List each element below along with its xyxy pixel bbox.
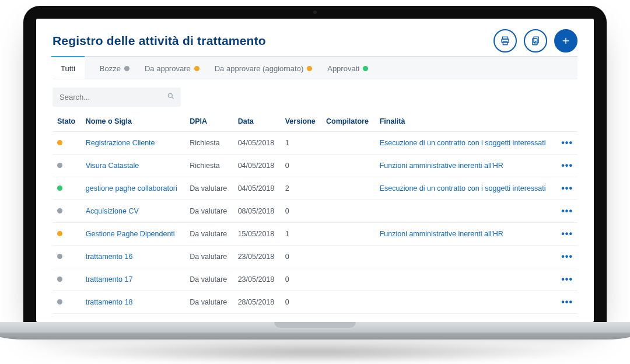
cell-compilatore <box>321 132 375 155</box>
row-actions-icon[interactable]: ••• <box>561 229 573 239</box>
cell-nome[interactable]: trattamento 18 <box>81 291 186 314</box>
table-row: trattamento 16Da valutare23/05/20180••• <box>52 246 578 268</box>
cell-compilatore <box>321 246 375 268</box>
cell-versione: 0 <box>281 155 321 177</box>
status-dot-icon <box>57 208 62 214</box>
status-dot-icon <box>57 276 62 282</box>
cell-compilatore <box>321 155 375 177</box>
print-icon <box>500 36 510 46</box>
tab-3[interactable]: Da approvare (aggiornato) <box>215 57 312 79</box>
status-dot-icon <box>57 254 62 259</box>
status-dot-icon <box>363 66 368 71</box>
row-actions-icon[interactable]: ••• <box>561 160 573 170</box>
cell-finalita <box>375 246 556 268</box>
cell-stato <box>52 268 81 291</box>
svg-rect-4 <box>533 38 537 45</box>
cell-data: 04/05/2018 <box>233 177 281 200</box>
cell-versione: 0 <box>281 268 321 291</box>
cell-dpia: Da valutare <box>185 246 233 268</box>
cell-data: 28/05/2018 <box>233 291 281 314</box>
table-row: gestione paghe collaboratoriDa valutare0… <box>52 177 578 200</box>
table-row: trattamento 17Da valutare23/05/20180••• <box>52 268 578 291</box>
cell-compilatore <box>321 177 375 200</box>
row-actions-icon[interactable]: ••• <box>561 297 573 307</box>
cell-nome[interactable]: trattamento 16 <box>81 246 186 268</box>
tab-2[interactable]: Da approvare <box>145 57 200 79</box>
cell-finalita[interactable]: Funzioni amministrative inerenti all'HR <box>375 155 556 177</box>
table-row: Acquisizione CVDa valutare08/05/20180••• <box>52 200 578 223</box>
cell-stato <box>52 132 81 155</box>
cell-finalita[interactable]: Funzioni amministrative inerenti all'HR <box>375 223 556 246</box>
status-dot-icon <box>57 299 62 304</box>
table-row: Registrazione ClienteRichiesta04/05/2018… <box>52 132 578 155</box>
svg-rect-2 <box>503 42 508 45</box>
status-dot-icon <box>57 186 62 191</box>
tab-label: Da approvare <box>145 64 191 73</box>
col-nome[interactable]: Nome o Sigla <box>81 111 186 132</box>
cell-dpia: Da valutare <box>185 177 233 200</box>
search-input[interactable] <box>52 88 181 107</box>
cell-nome[interactable]: gestione paghe collaboratori <box>81 177 186 200</box>
row-actions-icon[interactable]: ••• <box>561 251 573 261</box>
cell-stato <box>52 223 81 246</box>
cell-stato <box>52 200 81 223</box>
cell-nome[interactable]: Acquisizione CV <box>81 200 186 223</box>
plus-icon <box>561 36 571 46</box>
row-actions-icon[interactable]: ••• <box>561 183 573 193</box>
print-button[interactable] <box>494 29 517 52</box>
row-actions-icon[interactable]: ••• <box>561 274 573 284</box>
cell-compilatore <box>321 268 375 291</box>
col-data[interactable]: Data <box>233 111 281 132</box>
cell-nome[interactable]: trattamento 17 <box>81 268 186 291</box>
cell-stato <box>52 291 81 314</box>
cell-data: 23/05/2018 <box>233 246 281 268</box>
cell-versione: 1 <box>281 132 321 155</box>
col-versione[interactable]: Versione <box>281 111 321 132</box>
tab-0[interactable]: Tutti <box>51 56 85 79</box>
treatments-table: Stato Nome o Sigla DPIA Data Versione Co… <box>52 111 578 314</box>
cell-compilatore <box>321 291 375 314</box>
cell-data: 04/05/2018 <box>233 155 281 177</box>
status-dot-icon <box>57 140 62 145</box>
cell-nome[interactable]: Gestione Paghe Dipendenti <box>81 223 186 246</box>
cell-versione: 0 <box>281 291 321 314</box>
cell-versione: 0 <box>281 200 321 223</box>
table-row: Gestione Paghe DipendentiDa valutare15/0… <box>52 223 578 246</box>
cell-nome[interactable]: Registrazione Cliente <box>81 132 186 155</box>
tab-4[interactable]: Approvati <box>327 57 368 79</box>
table-row: trattamento 18Da valutare28/05/20180••• <box>52 291 578 314</box>
cell-dpia: Da valutare <box>185 200 233 223</box>
row-actions-icon[interactable]: ••• <box>561 206 573 216</box>
add-button[interactable] <box>554 29 578 52</box>
cell-finalita <box>375 291 556 314</box>
cell-dpia: Da valutare <box>185 268 233 291</box>
cell-versione: 2 <box>281 177 321 200</box>
col-compilatore[interactable]: Compilatore <box>321 111 375 132</box>
col-dpia[interactable]: DPIA <box>185 111 233 132</box>
status-dot-icon <box>57 163 62 168</box>
col-stato[interactable]: Stato <box>52 111 81 132</box>
cell-data: 15/05/2018 <box>233 223 281 246</box>
header-actions <box>494 29 578 52</box>
tab-label: Bozze <box>100 64 121 73</box>
status-dot-icon <box>124 66 130 71</box>
cell-dpia: Da valutare <box>185 291 233 314</box>
cell-stato <box>52 246 81 268</box>
cell-compilatore <box>321 223 375 246</box>
tab-1[interactable]: Bozze <box>100 57 130 79</box>
row-actions-icon[interactable]: ••• <box>561 138 573 148</box>
tab-label: Da approvare (aggiornato) <box>215 64 303 73</box>
cell-dpia: Da valutare <box>185 223 233 246</box>
cell-stato <box>52 155 81 177</box>
tab-label: Approvati <box>327 64 359 73</box>
cell-finalita[interactable]: Esecuzione di un contratto con i soggett… <box>375 132 556 155</box>
cell-versione: 1 <box>281 223 321 246</box>
cell-dpia: Richiesta <box>185 155 233 177</box>
status-dot-icon <box>194 66 200 71</box>
col-finalita[interactable]: Finalità <box>375 111 556 132</box>
copy-check-icon <box>530 36 541 46</box>
page-title: Registro delle attività di trattamento <box>52 34 266 48</box>
copy-button[interactable] <box>524 29 547 52</box>
cell-finalita[interactable]: Esecuzione di un contratto con i soggett… <box>375 177 556 200</box>
cell-nome[interactable]: Visura Catastale <box>81 155 186 177</box>
